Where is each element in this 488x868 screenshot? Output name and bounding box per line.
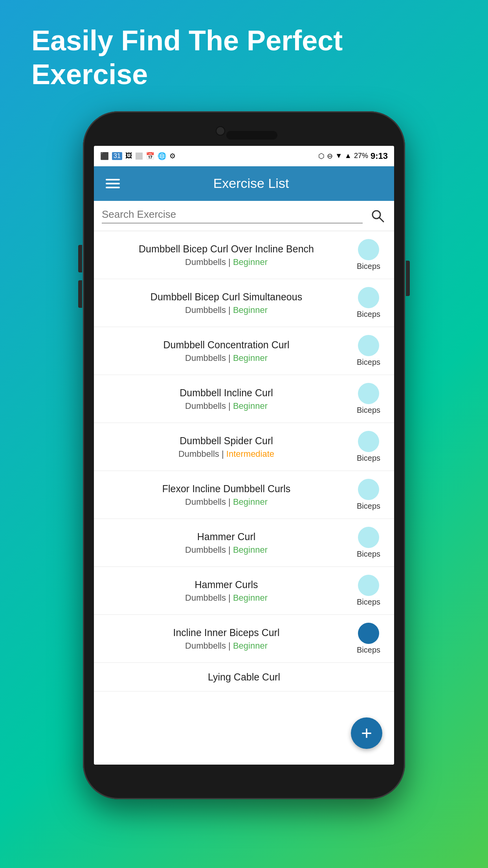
muscle-badge: Biceps — [351, 383, 386, 415]
muscle-circle-icon — [358, 335, 379, 356]
muscle-badge: Biceps — [351, 335, 386, 367]
muscle-label: Biceps — [357, 454, 380, 463]
exercise-info: Dumbbell Concentration Curl Dumbbells | … — [102, 338, 351, 363]
phone-vol-down-button[interactable] — [78, 280, 82, 308]
exercise-list: Dumbbell Bicep Curl Over Incline Bench D… — [94, 231, 394, 765]
exercise-list-item[interactable]: Hammer Curl Dumbbells | Beginner Biceps — [94, 519, 394, 567]
exercise-name: Hammer Curl — [102, 530, 351, 543]
exercise-meta: Dumbbells | Beginner — [102, 497, 351, 507]
muscle-badge: Biceps — [351, 479, 386, 511]
exercise-name: Incline Inner Biceps Curl — [102, 626, 351, 639]
phone-screen: ⬛ 31 🖼 📅 🌐 ⚙ ⬡ ⊖ ▼ ▲ 27% 9:13 — [94, 146, 394, 765]
muscle-circle-icon — [358, 431, 379, 452]
exercise-list-item[interactable]: Dumbbell Spider Curl Dumbbells | Interme… — [94, 423, 394, 471]
battery-label: 27% — [354, 152, 368, 160]
exercise-level: Beginner — [233, 497, 268, 507]
exercise-name: Dumbbell Bicep Curl Over Incline Bench — [102, 243, 351, 256]
exercise-info: Lying Cable Curl — [102, 671, 386, 684]
exercise-list-item[interactable]: Incline Inner Biceps Curl Dumbbells | Be… — [94, 615, 394, 663]
status-icon-calendar: 31 — [112, 152, 122, 160]
exercise-name: Dumbbell Spider Curl — [102, 434, 351, 447]
exercise-info: Incline Inner Biceps Curl Dumbbells | Be… — [102, 626, 351, 651]
search-button[interactable] — [369, 207, 386, 224]
muscle-circle-icon — [358, 383, 379, 404]
exercise-list-item[interactable]: Lying Cable Curl — [94, 663, 394, 692]
phone-power-button[interactable] — [406, 261, 410, 296]
svg-line-1 — [379, 217, 383, 222]
exercise-list-item[interactable]: Dumbbell Bicep Curl Simultaneous Dumbbel… — [94, 279, 394, 327]
muscle-label: Biceps — [357, 598, 380, 607]
add-exercise-fab[interactable]: + — [351, 717, 382, 749]
exercise-level: Beginner — [233, 257, 268, 267]
muscle-label: Biceps — [357, 310, 380, 319]
exercise-name: Dumbbell Bicep Curl Simultaneous — [102, 291, 351, 303]
exercise-level: Beginner — [233, 641, 268, 651]
muscle-badge: Biceps — [351, 527, 386, 559]
phone-camera — [216, 126, 225, 136]
exercise-list-item[interactable]: Dumbbell Concentration Curl Dumbbells | … — [94, 327, 394, 375]
exercise-meta: Dumbbells | Beginner — [102, 257, 351, 267]
muscle-circle-icon — [358, 623, 379, 644]
phone-speaker — [226, 131, 277, 140]
exercise-level: Beginner — [233, 305, 268, 315]
status-icon-app — [136, 153, 143, 160]
search-icon — [371, 209, 385, 223]
muscle-label: Biceps — [357, 502, 380, 511]
screen-content: ⬛ 31 🖼 📅 🌐 ⚙ ⬡ ⊖ ▼ ▲ 27% 9:13 — [94, 146, 394, 765]
exercise-list-item[interactable]: Dumbbell Bicep Curl Over Incline Bench D… — [94, 231, 394, 279]
exercise-info: Dumbbell Bicep Curl Simultaneous Dumbbel… — [102, 291, 351, 315]
exercise-info: Flexor Incline Dumbbell Curls Dumbbells … — [102, 482, 351, 507]
exercise-meta: Dumbbells | Beginner — [102, 305, 351, 315]
app-bar-title: Exercise List — [120, 176, 382, 191]
exercise-meta: Dumbbells | Beginner — [102, 593, 351, 603]
status-time: 9:13 — [371, 151, 388, 161]
status-icon-messages: ⬛ — [100, 152, 109, 160]
exercise-info: Dumbbell Incline Curl Dumbbells | Beginn… — [102, 386, 351, 411]
phone-vol-up-button[interactable] — [78, 245, 82, 272]
hamburger-menu-button[interactable] — [106, 179, 120, 188]
wifi-icon: ▼ — [335, 152, 342, 160]
exercise-info: Hammer Curls Dumbbells | Beginner — [102, 578, 351, 603]
phone-mockup: ⬛ 31 🖼 📅 🌐 ⚙ ⬡ ⊖ ▼ ▲ 27% 9:13 — [83, 111, 405, 799]
muscle-badge: Biceps — [351, 239, 386, 271]
hero-title: Easily Find The Perfect Exercise — [0, 0, 488, 107]
muscle-label: Biceps — [357, 262, 380, 271]
muscle-circle-icon — [358, 479, 379, 500]
status-icon-calendar2: 📅 — [146, 152, 154, 160]
muscle-circle-icon — [358, 527, 379, 548]
search-bar — [94, 201, 394, 231]
muscle-label: Biceps — [357, 550, 380, 559]
status-bar: ⬛ 31 🖼 📅 🌐 ⚙ ⬡ ⊖ ▼ ▲ 27% 9:13 — [94, 146, 394, 166]
exercise-level: Beginner — [233, 401, 268, 411]
exercise-meta: Dumbbells | Beginner — [102, 641, 351, 651]
status-icons-right: ⬡ ⊖ ▼ ▲ 27% 9:13 — [318, 151, 388, 161]
exercise-info: Hammer Curl Dumbbells | Beginner — [102, 530, 351, 555]
exercise-list-item[interactable]: Flexor Incline Dumbbell Curls Dumbbells … — [94, 471, 394, 519]
muscle-circle-icon — [358, 287, 379, 308]
exercise-meta: Dumbbells | Intermediate — [102, 449, 351, 459]
app-bar: Exercise List — [94, 166, 394, 201]
signal-icon: ▲ — [345, 152, 352, 160]
exercise-list-item[interactable]: Dumbbell Incline Curl Dumbbells | Beginn… — [94, 375, 394, 423]
muscle-label: Biceps — [357, 645, 380, 655]
exercise-meta: Dumbbells | Beginner — [102, 353, 351, 363]
muscle-label: Biceps — [357, 358, 380, 367]
exercise-name: Hammer Curls — [102, 578, 351, 591]
exercise-name: Flexor Incline Dumbbell Curls — [102, 482, 351, 495]
muscle-circle-icon — [358, 575, 379, 596]
muscle-circle-icon — [358, 239, 379, 260]
exercise-level: Beginner — [233, 353, 268, 363]
bluetooth-icon: ⬡ — [318, 152, 325, 160]
exercise-name: Dumbbell Incline Curl — [102, 386, 351, 399]
status-icon-dots: ⚙ — [169, 152, 176, 160]
exercise-meta: Dumbbells | Beginner — [102, 401, 351, 411]
exercise-info: Dumbbell Spider Curl Dumbbells | Interme… — [102, 434, 351, 459]
muscle-badge: Biceps — [351, 287, 386, 319]
exercise-meta: Dumbbells | Beginner — [102, 545, 351, 555]
muscle-badge: Biceps — [351, 431, 386, 463]
exercise-list-item[interactable]: Hammer Curls Dumbbells | Beginner Biceps — [94, 567, 394, 615]
hamburger-line-2 — [106, 183, 120, 184]
exercise-info: Dumbbell Bicep Curl Over Incline Bench D… — [102, 243, 351, 267]
exercise-name: Lying Cable Curl — [102, 671, 386, 684]
search-input[interactable] — [102, 208, 363, 223]
